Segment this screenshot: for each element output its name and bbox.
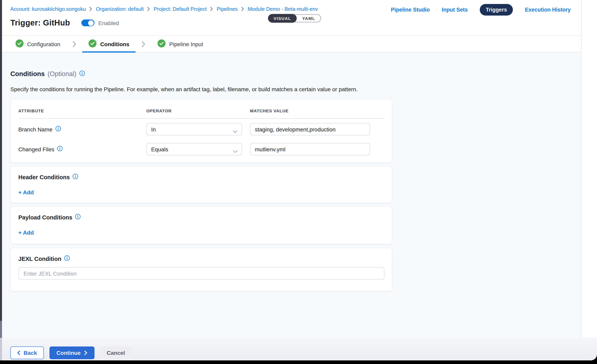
add-header-condition-button[interactable]: + Add bbox=[18, 189, 34, 196]
conditions-table-card: ATTRIBUTE OPERATOR MATCHES VALUE Branch … bbox=[10, 99, 393, 163]
chevron-right-icon bbox=[142, 41, 145, 47]
info-icon[interactable] bbox=[79, 70, 85, 77]
table-row: Branch Name In bbox=[18, 123, 385, 135]
wizard-footer: Back Continue Cancel bbox=[0, 337, 597, 360]
back-button-label: Back bbox=[24, 350, 37, 356]
header-conditions-title: Header Conditions bbox=[18, 174, 70, 180]
chevron-right-icon bbox=[84, 350, 87, 355]
tab-label: Pipeline Input bbox=[169, 41, 203, 47]
continue-button[interactable]: Continue bbox=[49, 347, 94, 359]
nav-input-sets[interactable]: Input Sets bbox=[442, 7, 468, 13]
section-title: Conditions bbox=[10, 70, 45, 78]
conditions-panel: Conditions (Optional) Specify the condit… bbox=[0, 53, 581, 337]
breadcrumb-item-pipelines[interactable]: Pipelines bbox=[217, 6, 238, 12]
section-optional-label: (Optional) bbox=[47, 70, 76, 78]
operator-value: Equals bbox=[151, 146, 168, 152]
main-column: Account: kurosakiichigo.songoku Organiza… bbox=[0, 0, 581, 337]
tab-pipeline-input[interactable]: Pipeline Input bbox=[153, 36, 208, 52]
jexl-condition-input[interactable] bbox=[18, 267, 385, 280]
breadcrumb-separator-icon bbox=[147, 7, 150, 11]
enabled-toggle-label: Enabled bbox=[98, 20, 119, 26]
chevron-right-icon bbox=[73, 41, 76, 47]
breadcrumb-item-organization[interactable]: Organization: default bbox=[96, 6, 144, 12]
scrollbar-thumb[interactable] bbox=[0, 321, 2, 338]
column-header-operator: OPERATOR bbox=[146, 108, 246, 113]
payload-conditions-title: Payload Conditions bbox=[18, 214, 72, 221]
toggle-knob-icon bbox=[88, 20, 94, 26]
scrollbar-track bbox=[0, 338, 2, 360]
wizard-tabbar: Configuration Conditions bbox=[0, 36, 581, 53]
info-icon[interactable] bbox=[55, 126, 61, 133]
visual-yaml-toggle: VISUAL YAML bbox=[268, 14, 321, 22]
table-divider bbox=[18, 118, 385, 119]
chevron-down-icon bbox=[233, 128, 238, 135]
operator-select[interactable]: Equals bbox=[146, 143, 242, 155]
chevron-down-icon bbox=[233, 148, 238, 154]
payload-conditions-card: Payload Conditions + Add bbox=[10, 206, 393, 244]
info-icon[interactable] bbox=[75, 214, 81, 221]
tab-label: Configuration bbox=[27, 41, 60, 47]
cancel-button[interactable]: Cancel bbox=[100, 347, 132, 359]
operator-value: In bbox=[151, 126, 156, 132]
breadcrumb-separator-icon bbox=[90, 7, 92, 11]
page-header: Account: kurosakiichigo.songoku Organiza… bbox=[0, 0, 581, 36]
breadcrumb: Account: kurosakiichigo.songoku Organiza… bbox=[10, 6, 318, 12]
page-title: Trigger: GitHub bbox=[10, 18, 70, 28]
app-window: Account: kurosakiichigo.songoku Organiza… bbox=[0, 0, 597, 360]
section-heading: Conditions (Optional) bbox=[10, 70, 85, 78]
attribute-label: Branch Name bbox=[18, 126, 52, 132]
nav-execution-history[interactable]: Execution History bbox=[525, 7, 571, 13]
check-circle-icon bbox=[16, 39, 24, 49]
info-icon[interactable] bbox=[64, 255, 70, 262]
nav-triggers[interactable]: Triggers bbox=[480, 4, 513, 15]
chevron-left-icon bbox=[17, 350, 21, 355]
info-icon[interactable] bbox=[73, 174, 78, 181]
table-header-row: ATTRIBUTE OPERATOR MATCHES VALUE bbox=[18, 107, 385, 115]
yaml-mode-button[interactable]: YAML bbox=[297, 14, 321, 22]
breadcrumb-item-project[interactable]: Project: Default Project bbox=[154, 6, 207, 12]
check-circle-icon bbox=[158, 39, 166, 49]
section-description: Specify the conditions for running the P… bbox=[10, 86, 358, 92]
operator-select[interactable]: In bbox=[146, 123, 242, 135]
title-row: Trigger: GitHub Enabled bbox=[10, 18, 119, 28]
matches-value-input[interactable] bbox=[250, 123, 370, 135]
nav-pipeline-studio[interactable]: Pipeline Studio bbox=[391, 7, 430, 13]
breadcrumb-item-account[interactable]: Account: kurosakiichigo.songoku bbox=[10, 6, 86, 12]
matches-value-input[interactable] bbox=[250, 143, 370, 155]
info-icon[interactable] bbox=[57, 146, 63, 152]
left-scrollbar[interactable] bbox=[0, 0, 2, 360]
pipeline-nav: Pipeline Studio Input Sets Triggers Exec… bbox=[391, 4, 571, 15]
table-row: Changed Files Equals bbox=[18, 143, 385, 155]
breadcrumb-separator-icon bbox=[210, 7, 213, 11]
attribute-label: Changed Files bbox=[18, 146, 55, 152]
column-header-attribute: ATTRIBUTE bbox=[18, 108, 142, 113]
add-payload-condition-button[interactable]: + Add bbox=[18, 229, 34, 236]
tab-configuration[interactable]: Configuration bbox=[10, 36, 66, 52]
tab-conditions[interactable]: Conditions bbox=[84, 36, 135, 52]
enabled-toggle[interactable] bbox=[81, 20, 94, 26]
continue-button-label: Continue bbox=[56, 350, 80, 356]
column-header-matches-value: MATCHES VALUE bbox=[250, 108, 385, 113]
right-panel-divider bbox=[581, 0, 581, 337]
jexl-condition-card: JEXL Condition bbox=[10, 248, 393, 292]
header-conditions-card: Header Conditions + Add bbox=[10, 166, 393, 203]
breadcrumb-item-pipeline-name[interactable]: Module Demo - Beta-multi-env bbox=[248, 6, 318, 12]
tab-label: Conditions bbox=[100, 41, 129, 47]
back-button[interactable]: Back bbox=[10, 347, 44, 359]
breadcrumb-separator-icon bbox=[241, 7, 244, 11]
cancel-button-label: Cancel bbox=[107, 350, 125, 356]
jexl-condition-title: JEXL Condition bbox=[18, 256, 61, 262]
visual-mode-button[interactable]: VISUAL bbox=[268, 14, 297, 23]
check-circle-icon bbox=[89, 39, 97, 49]
